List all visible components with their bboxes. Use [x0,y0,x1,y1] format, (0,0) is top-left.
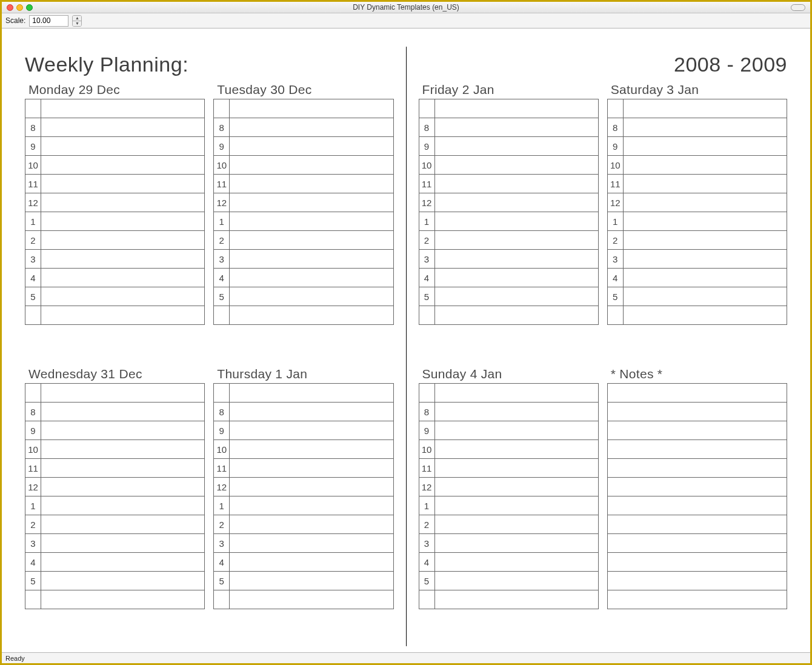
hour-row[interactable]: 3 [608,249,787,268]
hour-row[interactable]: 8 [25,402,204,421]
hour-row[interactable]: 8 [214,402,393,421]
hour-row[interactable]: 5 [25,287,204,306]
hour-row[interactable]: 5 [214,287,393,306]
hour-row[interactable]: 11 [214,458,393,477]
hour-row[interactable]: 11 [419,458,598,477]
hour-row[interactable]: 5 [214,571,393,590]
hour-row[interactable]: 1 [214,212,393,230]
hour-row[interactable]: 2 [214,230,393,249]
hour-row[interactable]: 10 [214,439,393,458]
hour-row[interactable]: 9 [25,421,204,439]
hour-row[interactable]: 2 [25,230,204,249]
hour-row[interactable]: 4 [419,552,598,571]
hour-row[interactable]: 12 [419,193,598,212]
hour-row[interactable]: 9 [214,136,393,155]
hour-row[interactable]: 11 [214,174,393,193]
hour-row[interactable]: 5 [419,287,598,306]
hour-row[interactable]: 8 [25,118,204,136]
notes-row[interactable] [608,496,787,515]
scale-input[interactable]: 10.00 [29,15,68,27]
hour-row[interactable]: 3 [25,249,204,268]
hour-row[interactable]: 3 [419,533,598,552]
hour-row[interactable]: 8 [419,402,598,421]
hour-row[interactable] [25,99,204,118]
hour-row[interactable] [214,384,393,402]
hour-row[interactable]: 4 [214,268,393,287]
hour-row[interactable]: 10 [608,155,787,174]
hour-row[interactable]: 1 [25,496,204,515]
chevron-down-icon[interactable]: ▼ [73,21,81,26]
notes-row[interactable] [608,533,787,552]
hour-row[interactable]: 10 [419,439,598,458]
notes-row[interactable] [608,515,787,533]
notes-row[interactable] [608,590,787,609]
hour-row[interactable]: 9 [25,136,204,155]
toolbar-toggle-icon[interactable] [791,4,805,11]
hour-row[interactable]: 4 [608,268,787,287]
hour-row[interactable]: 1 [419,496,598,515]
hour-row[interactable]: 12 [214,477,393,496]
hour-row[interactable] [25,384,204,402]
hour-row[interactable]: 11 [25,174,204,193]
notes-row[interactable] [608,402,787,421]
hour-row[interactable]: 1 [608,212,787,230]
notes-row[interactable] [608,439,787,458]
notes-row[interactable] [608,384,787,402]
hour-row[interactable]: 2 [419,515,598,533]
hour-row[interactable]: 12 [25,193,204,212]
hour-row[interactable] [214,590,393,609]
hour-row[interactable]: 12 [419,477,598,496]
hour-row[interactable] [419,99,598,118]
hour-row[interactable] [214,306,393,324]
hour-row[interactable] [419,384,598,402]
hour-row[interactable]: 4 [214,552,393,571]
hour-row[interactable]: 11 [25,458,204,477]
hour-row[interactable]: 2 [214,515,393,533]
hour-row[interactable]: 3 [214,533,393,552]
hour-row[interactable]: 1 [214,496,393,515]
hour-row[interactable]: 9 [419,421,598,439]
hour-row[interactable]: 3 [25,533,204,552]
hour-row[interactable]: 9 [214,421,393,439]
hour-row[interactable]: 9 [419,136,598,155]
hour-row[interactable]: 12 [25,477,204,496]
hour-row[interactable]: 5 [419,571,598,590]
hour-row[interactable] [608,306,787,324]
hour-row[interactable] [608,99,787,118]
notes-row[interactable] [608,421,787,439]
scale-stepper[interactable]: ▲ ▼ [72,15,82,27]
hour-row[interactable]: 10 [25,439,204,458]
hour-row[interactable]: 4 [25,552,204,571]
hour-row[interactable]: 12 [214,193,393,212]
hour-row[interactable]: 5 [608,287,787,306]
notes-row[interactable] [608,477,787,496]
close-icon[interactable] [7,4,13,11]
hour-row[interactable]: 8 [419,118,598,136]
chevron-up-icon[interactable]: ▲ [73,16,81,21]
hour-row[interactable]: 9 [608,136,787,155]
hour-row[interactable]: 4 [25,268,204,287]
hour-row[interactable]: 5 [25,571,204,590]
hour-row[interactable]: 10 [25,155,204,174]
hour-row[interactable]: 1 [419,212,598,230]
hour-row[interactable]: 2 [419,230,598,249]
hour-row[interactable]: 2 [25,515,204,533]
hour-row[interactable]: 8 [214,118,393,136]
notes-row[interactable] [608,552,787,571]
hour-row[interactable]: 8 [608,118,787,136]
notes-row[interactable] [608,571,787,590]
hour-row[interactable] [214,99,393,118]
hour-row[interactable]: 3 [214,249,393,268]
hour-row[interactable]: 10 [419,155,598,174]
hour-row[interactable]: 11 [419,174,598,193]
hour-row[interactable] [419,590,598,609]
hour-row[interactable] [419,306,598,324]
hour-row[interactable] [25,590,204,609]
zoom-icon[interactable] [26,4,33,11]
hour-row[interactable]: 2 [608,230,787,249]
hour-row[interactable]: 4 [419,268,598,287]
hour-row[interactable]: 1 [25,212,204,230]
hour-row[interactable]: 12 [608,193,787,212]
hour-row[interactable]: 3 [419,249,598,268]
hour-row[interactable] [25,306,204,324]
